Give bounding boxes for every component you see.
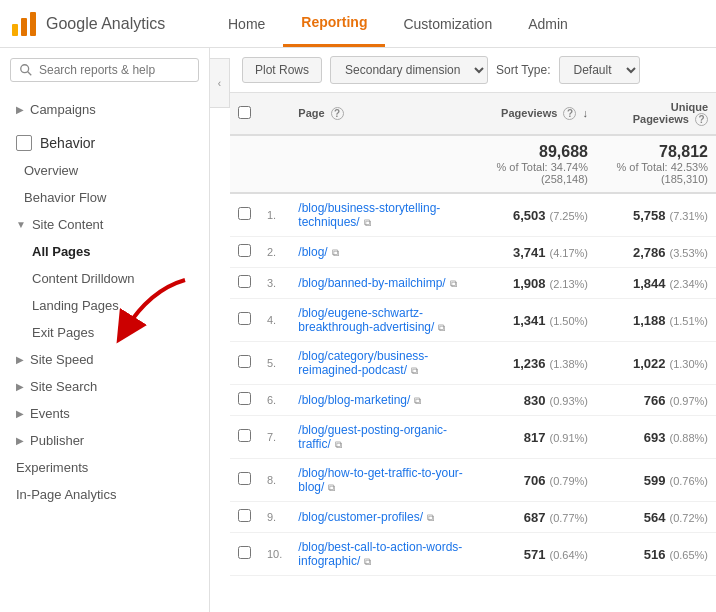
sidebar-item-content-drilldown[interactable]: Content Drilldown [0,265,209,292]
row-page: /blog/business-storytelling-techniques/⧉ [290,193,476,237]
page-link[interactable]: /blog/banned-by-mailchimp/ [298,276,445,290]
sidebar-item-events[interactable]: ▶ Events [0,400,209,427]
select-all-checkbox[interactable] [238,106,251,119]
search-input[interactable] [39,63,190,77]
behavior-icon [16,135,32,151]
external-link-icon: ⧉ [364,217,376,229]
publisher-label: Publisher [30,433,84,448]
row-checkbox[interactable] [238,275,251,288]
row-upv: 1,844(2.34%) [596,268,716,299]
row-pv: 3,741(4.17%) [476,237,596,268]
col-page: Page ? [290,93,476,135]
nav-home[interactable]: Home [210,0,283,47]
sidebar-item-exit-pages[interactable]: Exit Pages [0,319,209,346]
page-link[interactable]: /blog/ [298,245,327,259]
sidebar-nav: ▶ Campaigns Behavior Overview Behavior F… [0,92,209,512]
row-num: 10. [259,533,290,576]
row-checkbox[interactable] [238,392,251,405]
row-checkbox[interactable] [238,429,251,442]
row-pv: 1,341(1.50%) [476,299,596,342]
row-checkbox[interactable] [238,472,251,485]
site-search-label: Site Search [30,379,97,394]
site-content-text: Site Content [32,217,104,232]
table-row: 2. /blog/⧉ 3,741(4.17%) 2,786(3.53%) [230,237,716,268]
row-page: /blog/banned-by-mailchimp/⧉ [290,268,476,299]
page-link[interactable]: /blog/best-call-to-action-words-infograp… [298,540,462,568]
sidebar-item-experiments[interactable]: Experiments [0,454,209,481]
summary-row: 89,688 % of Total: 34.74% (258,148) 78,8… [230,135,716,193]
nav-customization[interactable]: Customization [385,0,510,47]
page-link[interactable]: /blog/guest-posting-organic-traffic/ [298,423,447,451]
row-num: 2. [259,237,290,268]
row-pv: 571(0.64%) [476,533,596,576]
page-link[interactable]: /blog/how-to-get-traffic-to-your-blog/ [298,466,463,494]
row-pv: 6,503(7.25%) [476,193,596,237]
sidebar-item-behavior-flow[interactable]: Behavior Flow [0,184,209,211]
pageviews-help-icon[interactable]: ? [563,107,576,120]
row-checkbox[interactable] [238,207,251,220]
page-link[interactable]: /blog/eugene-schwartz-breakthrough-adver… [298,306,434,334]
plot-rows-button[interactable]: Plot Rows [242,57,322,83]
sidebar-item-all-pages[interactable]: All Pages [0,238,209,265]
row-num: 4. [259,299,290,342]
search-wrap[interactable] [10,58,199,82]
sidebar-item-publisher[interactable]: ▶ Publisher [0,427,209,454]
sidebar-item-behavior[interactable]: Behavior [0,129,209,157]
svg-line-4 [28,72,32,76]
svg-rect-1 [21,18,27,36]
sidebar-item-site-search[interactable]: ▶ Site Search [0,373,209,400]
sort-type-select[interactable]: Default [559,56,640,84]
row-pv: 687(0.77%) [476,502,596,533]
row-upv: 766(0.97%) [596,385,716,416]
row-checkbox[interactable] [238,509,251,522]
row-upv: 1,022(1.30%) [596,342,716,385]
site-content-label[interactable]: ▼ Site Content [0,211,209,238]
row-page: /blog/best-call-to-action-words-infograp… [290,533,476,576]
row-page: /blog/how-to-get-traffic-to-your-blog/⧉ [290,459,476,502]
nav-reporting[interactable]: Reporting [283,0,385,47]
external-link-icon: ⧉ [438,322,450,334]
svg-rect-0 [12,24,18,36]
row-checkbox[interactable] [238,546,251,559]
col-pageviews: Pageviews ? ↓ [476,93,596,135]
page-help-icon[interactable]: ? [331,107,344,120]
table-row: 4. /blog/eugene-schwartz-breakthrough-ad… [230,299,716,342]
row-upv: 1,188(1.51%) [596,299,716,342]
sidebar-collapse-btn[interactable]: ‹ [210,58,230,108]
page-link[interactable]: /blog/customer-profiles/ [298,510,423,524]
behavior-label: Behavior [40,135,95,151]
table-row: 6. /blog/blog-marketing/⧉ 830(0.93%) 766… [230,385,716,416]
publisher-arrow: ▶ [16,435,24,446]
sidebar-item-overview[interactable]: Overview [0,157,209,184]
sidebar-item-campaigns[interactable]: ▶ Campaigns [0,96,209,123]
row-upv: 516(0.65%) [596,533,716,576]
secondary-dimension-select[interactable]: Secondary dimension [330,56,488,84]
sidebar-item-landing-pages[interactable]: Landing Pages [0,292,209,319]
table-row: 10. /blog/best-call-to-action-words-info… [230,533,716,576]
row-upv: 693(0.88%) [596,416,716,459]
row-checkbox[interactable] [238,244,251,257]
col-pageviews-label: Pageviews [501,107,557,119]
page-link[interactable]: /blog/category/business-reimagined-podca… [298,349,428,377]
sidebar-item-in-page-analytics[interactable]: In-Page Analytics [0,481,209,508]
summary-pageviews: 89,688 % of Total: 34.74% (258,148) [476,135,596,193]
row-checkbox[interactable] [238,355,251,368]
row-num: 9. [259,502,290,533]
row-num: 7. [259,416,290,459]
row-num: 8. [259,459,290,502]
app-title: Google Analytics [46,15,165,33]
row-checkbox[interactable] [238,312,251,325]
data-table-wrap: Page ? Pageviews ? ↓ UniquePageviews ? [230,93,716,612]
nav-admin[interactable]: Admin [510,0,586,47]
row-upv: 2,786(3.53%) [596,237,716,268]
google-analytics-icon [10,10,38,38]
main-nav: Home Reporting Customization Admin [210,0,716,47]
row-page: /blog/guest-posting-organic-traffic/⧉ [290,416,476,459]
row-page: /blog/eugene-schwartz-breakthrough-adver… [290,299,476,342]
table-row: 5. /blog/category/business-reimagined-po… [230,342,716,385]
events-arrow: ▶ [16,408,24,419]
page-link[interactable]: /blog/blog-marketing/ [298,393,410,407]
pageviews-sort-arrow[interactable]: ↓ [583,107,589,119]
upv-help-icon[interactable]: ? [695,113,708,126]
sidebar-item-site-speed[interactable]: ▶ Site Speed [0,346,209,373]
